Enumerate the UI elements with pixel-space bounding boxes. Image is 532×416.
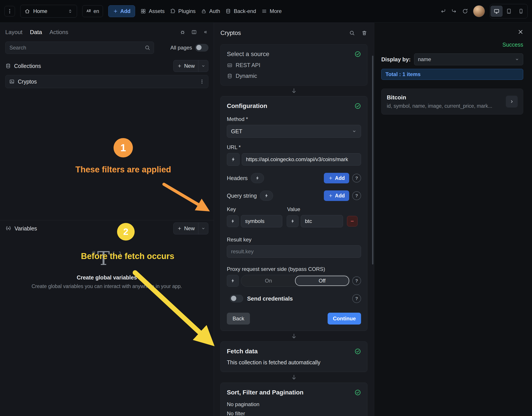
variables-empty-state: # T { } Create global variables Create g…: [0, 249, 214, 289]
all-pages-toggle[interactable]: [195, 44, 208, 51]
app-menu-button[interactable]: [4, 6, 15, 17]
value-formula-button[interactable]: [287, 215, 299, 227]
collection-item-cryptos[interactable]: Cryptos: [5, 75, 208, 88]
redo-icon[interactable]: [451, 8, 457, 14]
proxy-help-icon[interactable]: ?: [352, 276, 361, 285]
send-credentials-toggle[interactable]: [230, 295, 243, 302]
plus-icon: [113, 9, 118, 14]
close-button[interactable]: [517, 28, 524, 35]
display-by-select[interactable]: name: [414, 53, 523, 65]
collection-item-menu[interactable]: [199, 79, 205, 84]
nav-plugins[interactable]: Plugins: [170, 8, 196, 14]
refresh-icon[interactable]: [462, 8, 468, 14]
scrollbar[interactable]: [372, 56, 373, 265]
variables-empty-title: Create global variables: [77, 274, 137, 281]
tab-data[interactable]: Data: [30, 29, 42, 36]
collection-type-icon: [9, 79, 15, 85]
proxy-toggle-group: On Off: [241, 275, 350, 287]
device-phone-button[interactable]: [515, 6, 527, 17]
headers-formula-button[interactable]: [251, 173, 264, 183]
configuration-title: Configuration: [227, 103, 267, 110]
configuration-card: Configuration Method * GET URL * Headers: [221, 96, 368, 331]
total-items-badge: Total : 1 items: [381, 69, 523, 80]
source-option-label: REST API: [236, 62, 260, 68]
add-button-label: Add: [120, 8, 131, 14]
search-icon: [144, 45, 151, 51]
headers-add-button[interactable]: Add: [324, 173, 349, 183]
collapse-panel-icon[interactable]: [203, 29, 208, 35]
nav-assets-label: Assets: [149, 8, 164, 14]
add-label: Add: [335, 175, 345, 181]
query-value-input[interactable]: [301, 215, 343, 227]
search-icon[interactable]: [349, 30, 355, 36]
formula-icon: [290, 219, 295, 224]
device-desktop-button[interactable]: [491, 6, 503, 17]
tab-layout[interactable]: Layout: [5, 29, 22, 36]
source-option-dynamic: Dynamic: [227, 73, 361, 79]
fetch-data-card[interactable]: Fetch data This collection is fetched au…: [221, 341, 368, 372]
collection-item-name: Cryptos: [18, 78, 37, 85]
variables-empty-art: # T { }: [92, 249, 122, 274]
language-label: en: [94, 8, 99, 14]
query-help-icon[interactable]: ?: [352, 191, 361, 200]
url-label: URL *: [227, 144, 361, 150]
query-formula-button[interactable]: [260, 191, 273, 201]
plus-icon: [328, 193, 333, 198]
url-formula-button[interactable]: [227, 153, 240, 166]
nav-backend[interactable]: Back-end: [225, 8, 256, 14]
sort-filter-card[interactable]: Sort, Filter and Pagination No paginatio…: [221, 383, 368, 416]
language-button[interactable]: en: [82, 5, 103, 17]
plugins-icon: [170, 8, 175, 14]
query-key-input[interactable]: [241, 215, 282, 227]
device-toggle-group: [490, 4, 528, 19]
variables-empty-description: Create global variables you can interact…: [32, 284, 182, 289]
select-source-card[interactable]: Select a source REST API Dynamic: [221, 44, 368, 85]
monitor-icon: [493, 8, 500, 14]
split-view-icon[interactable]: [191, 29, 197, 35]
new-collection-button[interactable]: New: [173, 60, 208, 72]
new-collection-menu[interactable]: [198, 60, 208, 72]
flow-arrow-icon: [221, 331, 368, 341]
add-button[interactable]: Add: [108, 5, 135, 17]
debug-icon[interactable]: [180, 29, 185, 35]
home-icon: [24, 8, 30, 14]
new-variable-menu[interactable]: [198, 223, 208, 234]
all-pages-label: All pages: [170, 45, 192, 51]
proxy-formula-button[interactable]: [227, 275, 239, 287]
step-complete-icon: [354, 348, 361, 355]
tab-actions[interactable]: Actions: [49, 29, 68, 36]
sidebar-spacer: [0, 88, 214, 220]
new-variable-button[interactable]: New: [173, 223, 208, 234]
continue-button[interactable]: Continue: [328, 313, 361, 324]
nav-backend-label: Back-end: [234, 8, 256, 14]
preview-item-bitcoin[interactable]: Bitcoin id, symbol, name, image, current…: [381, 89, 523, 114]
trash-icon[interactable]: [361, 30, 368, 36]
back-button[interactable]: Back: [227, 313, 250, 324]
nav-plugins-label: Plugins: [178, 8, 196, 14]
key-formula-button[interactable]: [227, 215, 239, 227]
page-selector[interactable]: Home: [20, 5, 77, 18]
nav-auth[interactable]: Auth: [201, 8, 220, 14]
preview-item-name: Bitcoin: [387, 94, 502, 101]
search-input[interactable]: [5, 42, 154, 54]
url-input[interactable]: [242, 153, 361, 166]
remove-query-row-button[interactable]: [347, 216, 358, 227]
proxy-off-option[interactable]: Off: [295, 276, 349, 286]
method-select[interactable]: GET: [227, 125, 361, 138]
nav-more[interactable]: More: [261, 8, 282, 14]
topbar: Home en Add Assets Plugins Auth Back-end…: [0, 0, 532, 23]
formula-icon: [231, 157, 236, 162]
undo-icon[interactable]: [440, 8, 446, 14]
credentials-help-icon[interactable]: ?: [352, 294, 361, 303]
device-tablet-button[interactable]: [503, 6, 515, 17]
expand-item-button[interactable]: [506, 96, 518, 107]
proxy-on-option[interactable]: On: [242, 276, 295, 286]
query-add-button[interactable]: Add: [324, 190, 349, 201]
minus-icon: [350, 218, 355, 224]
result-key-input[interactable]: [227, 245, 361, 258]
avatar[interactable]: [473, 5, 485, 17]
lock-icon: [201, 8, 207, 14]
translate-icon: [86, 9, 91, 14]
headers-help-icon[interactable]: ?: [352, 174, 361, 182]
nav-assets[interactable]: Assets: [140, 8, 164, 14]
